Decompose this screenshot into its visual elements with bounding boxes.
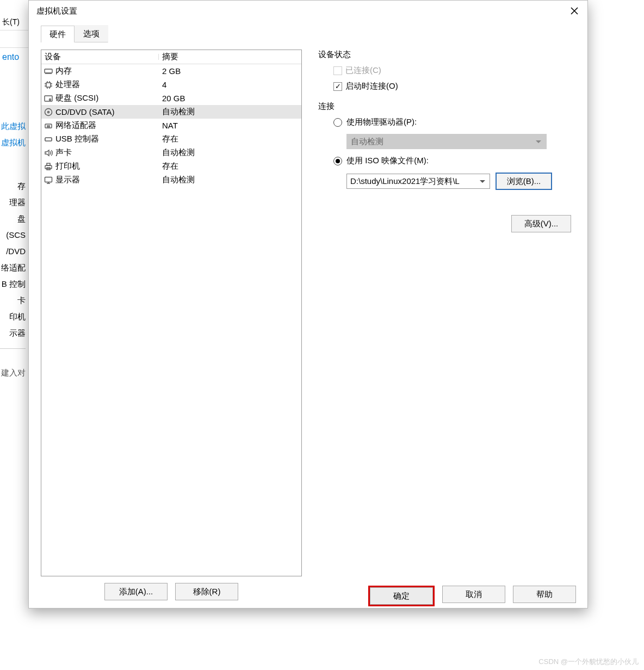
svg-rect-2: [45, 96, 52, 101]
col-summary: 摘要: [159, 52, 301, 62]
bg-link: 虚拟机: [0, 134, 26, 151]
device-row[interactable]: CD/DVD (SATA)自动检测: [41, 105, 301, 119]
col-device: 设备: [41, 52, 159, 62]
device-name: CD/DVD (SATA): [55, 107, 115, 116]
device-row[interactable]: 打印机存在: [41, 159, 301, 173]
device-status-title: 设备状态: [318, 50, 571, 60]
bg-tab: ento: [0, 50, 26, 65]
ok-button[interactable]: 确定: [370, 587, 433, 605]
printer-icon: [44, 162, 53, 171]
advanced-button[interactable]: 高级(V)...: [511, 215, 571, 232]
device-row[interactable]: 内存2 GB: [41, 64, 301, 78]
bg-side: 卡: [0, 292, 26, 309]
vm-settings-dialog: 虚拟机设置 硬件 选项 设备 摘要 内存2 GB处理器4硬盘 (SCSI)20 …: [28, 0, 588, 608]
bg-side: B 控制: [0, 276, 26, 292]
device-summary: 20 GB: [159, 94, 301, 103]
svg-rect-0: [45, 69, 52, 73]
use-iso-label: 使用 ISO 映像文件(M):: [346, 156, 429, 166]
device-summary: 存在: [159, 134, 301, 144]
close-icon: [571, 7, 578, 15]
svg-rect-1: [46, 83, 51, 87]
device-summary: 4: [159, 80, 301, 89]
usb-icon: [44, 134, 53, 144]
close-button[interactable]: [561, 1, 587, 21]
bg-toolbar: [0, 32, 28, 48]
bg-link: 此虚拟: [0, 118, 26, 134]
device-name: 硬盘 (SCSI): [55, 93, 98, 103]
iso-path-combo[interactable]: D:\study\Linux2021学习资料\L: [346, 174, 490, 189]
connect-at-power-label: 启动时连接(O): [345, 81, 398, 91]
device-name: 显示器: [55, 175, 80, 185]
cancel-button[interactable]: 取消: [442, 586, 505, 603]
bg-side: 理器: [0, 194, 26, 211]
tab-hardware[interactable]: 硬件: [41, 26, 75, 42]
device-summary: 自动检测: [159, 175, 301, 185]
device-row[interactable]: USB 控制器存在: [41, 132, 301, 146]
device-row[interactable]: 硬盘 (SCSI)20 GB: [41, 91, 301, 105]
network-icon: [44, 121, 53, 131]
bg-side: 盘 (SCS: [0, 211, 26, 243]
dialog-title: 虚拟机设置: [36, 6, 561, 16]
connected-checkbox: 已连接(C): [333, 65, 571, 76]
bg-side: 存: [0, 178, 26, 194]
bg-side: 示器: [0, 325, 26, 341]
use-physical-radio[interactable]: 使用物理驱动器(P):: [333, 117, 571, 127]
device-summary: 2 GB: [159, 66, 301, 76]
bg-menu: 长(T): [0, 16, 28, 30]
connect-at-power-checkbox[interactable]: 启动时连接(O): [333, 81, 571, 91]
device-row[interactable]: 网络适配器NAT: [41, 119, 301, 132]
device-row[interactable]: 显示器自动检测: [41, 173, 301, 187]
memory-icon: [44, 66, 53, 76]
help-button[interactable]: 帮助: [513, 586, 576, 603]
cpu-icon: [44, 80, 53, 90]
bg-side: /DVD: [0, 243, 26, 260]
svg-rect-8: [45, 165, 52, 169]
device-name: 网络适配器: [55, 120, 96, 131]
svg-rect-11: [45, 177, 52, 182]
device-name: 打印机: [55, 161, 80, 171]
bg-side: 印机: [0, 309, 26, 325]
connected-label: 已连接(C): [345, 65, 381, 76]
checkbox-icon: [333, 82, 342, 91]
svg-point-3: [49, 99, 51, 100]
radio-icon: [333, 157, 342, 165]
use-iso-radio[interactable]: 使用 ISO 映像文件(M):: [333, 156, 571, 166]
radio-icon: [333, 118, 342, 127]
cd-icon: [44, 107, 53, 117]
bg-instr: 建入对: [0, 365, 26, 381]
device-row[interactable]: 声卡自动检测: [41, 146, 301, 159]
physical-drive-select: 自动检测: [346, 134, 547, 149]
device-summary: 存在: [159, 161, 301, 171]
bg-side: 络适配: [0, 260, 26, 276]
connection-title: 连接: [318, 101, 571, 112]
svg-point-5: [48, 111, 49, 113]
device-summary: 自动检测: [159, 147, 301, 158]
device-summary: 自动检测: [159, 107, 301, 117]
ok-highlight: 确定: [368, 586, 435, 606]
device-summary: NAT: [159, 121, 301, 130]
svg-rect-7: [45, 138, 52, 141]
disk-icon: [44, 94, 53, 103]
device-row[interactable]: 处理器4: [41, 78, 301, 91]
device-name: 声卡: [55, 147, 72, 158]
sound-icon: [44, 148, 53, 158]
svg-rect-9: [47, 163, 50, 165]
display-icon: [44, 175, 53, 185]
use-physical-label: 使用物理驱动器(P):: [346, 117, 417, 127]
device-name: 内存: [55, 66, 72, 76]
device-table: 设备 摘要 内存2 GB处理器4硬盘 (SCSI)20 GBCD/DVD (SA…: [41, 50, 302, 576]
svg-point-4: [45, 108, 52, 115]
browse-button[interactable]: 浏览(B)...: [496, 173, 552, 190]
tab-options[interactable]: 选项: [75, 25, 108, 42]
device-name: USB 控制器: [55, 134, 99, 144]
device-name: 处理器: [55, 79, 80, 90]
checkbox-icon: [333, 66, 342, 75]
